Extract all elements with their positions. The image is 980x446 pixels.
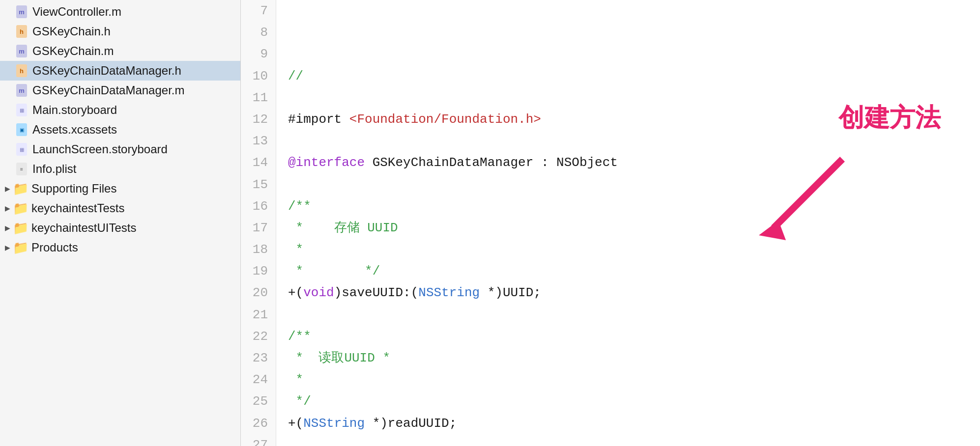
xcassets-icon: ▣ [15, 123, 29, 137]
code-line: +(void)saveUUID:(NSString *)UUID; [288, 282, 968, 304]
line-number: 17 [249, 217, 268, 239]
code-token: * */ [288, 264, 380, 279]
code-line: * [288, 239, 968, 260]
sidebar-item-products[interactable]: ▶ 📁 Products [0, 238, 240, 257]
line-number: 24 [249, 369, 268, 390]
sidebar-item-gskeychain-m[interactable]: m GSKeyChain.m [0, 41, 240, 61]
line-number: 22 [249, 326, 268, 347]
sidebar-item-gskeychaindatamanager-h[interactable]: h GSKeyChainDataManager.h [0, 61, 240, 81]
sidebar-item-label: GSKeyChainDataManager.h [32, 64, 181, 78]
line-number: 11 [249, 87, 268, 109]
line-number: 19 [249, 260, 268, 282]
line-number: 20 [249, 282, 268, 304]
line-number: 13 [249, 130, 268, 152]
collapse-triangle-icon: ▶ [4, 224, 11, 231]
file-navigator[interactable]: m ViewController.m h GSKeyChain.h m GSKe… [0, 0, 241, 446]
code-token: * [288, 242, 303, 257]
code-line [288, 304, 968, 326]
plist-icon: ≡ [15, 162, 29, 176]
m-file-icon: m [15, 84, 29, 97]
folder-icon: 📁 [14, 182, 28, 195]
storyboard-icon: ▦ [15, 103, 29, 117]
line-number: 23 [249, 347, 268, 369]
code-token: * 读取UUID * [288, 351, 390, 365]
line-numbers: 7891011121314151617181920212223242526272… [241, 0, 276, 446]
code-line: * [288, 369, 968, 390]
line-number: 14 [249, 152, 268, 173]
code-token: * [288, 372, 303, 387]
sidebar-item-label: Assets.xcassets [32, 123, 117, 137]
line-number: 12 [249, 109, 268, 130]
code-line: * 读取UUID * [288, 347, 968, 369]
code-line: * 存储 UUID [288, 217, 968, 239]
code-line [288, 174, 968, 195]
storyboard-icon: ▦ [15, 142, 29, 156]
sidebar-item-supporting-files[interactable]: ▶ 📁 Supporting Files [0, 179, 240, 198]
sidebar-item-label: GSKeyChain.m [32, 44, 114, 58]
h-file-icon: h [15, 25, 29, 38]
code-token: /** [288, 329, 311, 344]
code-token: )saveUUID:( [334, 285, 419, 300]
folder-icon: 📁 [14, 241, 28, 254]
h-file-icon: h [15, 64, 29, 78]
code-token: +( [288, 285, 303, 300]
sidebar-item-label: keychaintestTests [31, 201, 124, 215]
line-number: 27 [249, 434, 268, 446]
sidebar-item-label: LaunchScreen.storyboard [32, 142, 168, 156]
code-line: // [288, 65, 968, 87]
sidebar-item-gskeychain-h[interactable]: h GSKeyChain.h [0, 22, 240, 41]
line-number: 25 [249, 390, 268, 412]
sidebar-item-label: Main.storyboard [32, 103, 117, 117]
sidebar-item-main-storyboard[interactable]: ▦ Main.storyboard [0, 100, 240, 120]
code-token: #import [288, 112, 349, 127]
collapse-triangle-icon: ▶ [4, 205, 11, 212]
code-token: +( [288, 416, 303, 431]
sidebar-item-viewcontroller-m[interactable]: m ViewController.m [0, 2, 240, 22]
code-token: void [303, 285, 334, 300]
code-token: * 存储 UUID [288, 221, 398, 235]
code-line: /** [288, 195, 968, 217]
sidebar-item-gskeychaindatamanager-m[interactable]: m GSKeyChainDataManager.m [0, 81, 240, 100]
m-file-icon: m [15, 44, 29, 58]
code-token: @interface [288, 155, 365, 170]
sidebar-item-keychaintestuitests[interactable]: ▶ 📁 keychaintestUITests [0, 218, 240, 238]
code-line: */ [288, 390, 968, 412]
code-line: @interface GSKeyChainDataManager : NSObj… [288, 152, 968, 173]
sidebar-item-info-plist[interactable]: ≡ Info.plist [0, 159, 240, 179]
sidebar-item-assets-xcassets[interactable]: ▣ Assets.xcassets [0, 120, 240, 139]
line-number: 9 [249, 43, 268, 65]
line-number: 18 [249, 239, 268, 260]
sidebar-item-label: Info.plist [32, 162, 76, 176]
line-number: 16 [249, 195, 268, 217]
line-number: 15 [249, 174, 268, 195]
collapse-triangle-icon: ▶ [4, 185, 11, 192]
code-line [288, 130, 968, 152]
sidebar-item-label: ViewController.m [32, 5, 121, 19]
code-line: * */ [288, 260, 968, 282]
collapse-triangle-icon: ▶ [4, 244, 11, 251]
code-line: /** [288, 326, 968, 347]
m-file-icon: m [15, 5, 29, 19]
folder-icon: 📁 [14, 201, 28, 215]
code-line: #import <Foundation/Foundation.h> [288, 109, 968, 130]
sidebar-item-label: Products [31, 241, 78, 254]
line-number: 26 [249, 413, 268, 434]
code-token: *)readUUID; [365, 416, 457, 431]
code-token: GSKeyChainDataManager : NSObject [365, 155, 618, 170]
line-number: 7 [249, 0, 268, 22]
line-number: 10 [249, 65, 268, 87]
sidebar-item-label: keychaintestUITests [31, 221, 136, 235]
line-number: 8 [249, 22, 268, 43]
code-line [288, 87, 968, 109]
code-line [288, 434, 968, 446]
sidebar-item-launchscreen-storyboard[interactable]: ▦ LaunchScreen.storyboard [0, 139, 240, 159]
sidebar-item-keychaintesttests[interactable]: ▶ 📁 keychaintestTests [0, 198, 240, 218]
sidebar-item-label: GSKeyChain.h [32, 25, 111, 38]
code-token: <Foundation/Foundation.h> [349, 112, 541, 127]
line-number: 21 [249, 304, 268, 326]
sidebar-item-label: GSKeyChainDataManager.m [32, 84, 185, 97]
code-content[interactable]: // #import <Foundation/Foundation.h> @in… [276, 0, 980, 446]
code-token: *)UUID; [480, 285, 541, 300]
code-token: /** [288, 199, 311, 214]
code-line: +(NSString *)readUUID; [288, 413, 968, 434]
